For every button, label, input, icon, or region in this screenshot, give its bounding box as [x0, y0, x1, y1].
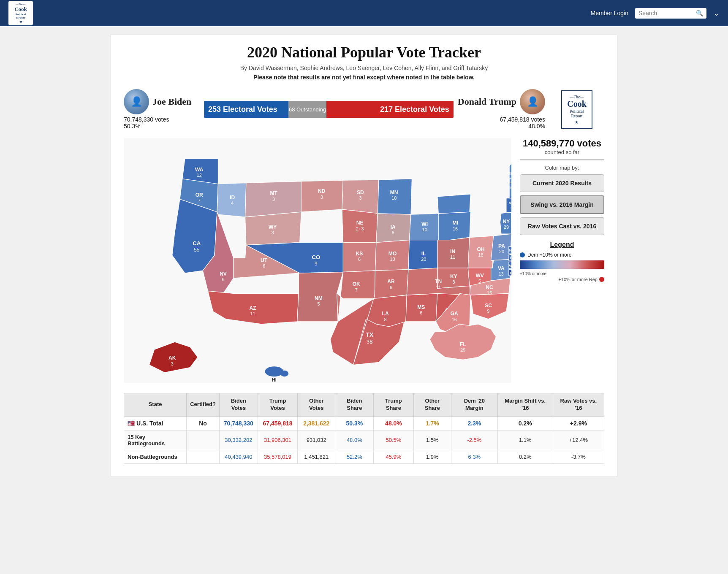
svg-text:5: 5 [478, 279, 481, 284]
votes-counted-section: 140,589,770 votes counted so far [520, 138, 604, 155]
svg-text:WY: WY [269, 224, 277, 230]
svg-text:10: 10 [390, 257, 395, 262]
dropdown-arrow-icon[interactable]: ⌄ [713, 8, 720, 18]
svg-text:10: 10 [391, 195, 397, 200]
us-map-svg: WA 12 OR 7 CA 55 ID 4 NV 6 [124, 138, 511, 383]
electoral-bar: 253 Electoral Votes 68 Outstanding 217 E… [204, 101, 454, 118]
svg-text:ND: ND [318, 188, 326, 194]
cell-margin-shift: 0.2% [497, 450, 553, 463]
col-biden-votes: Biden Votes [219, 393, 258, 416]
svg-text:NE: NE [356, 220, 364, 226]
electoral-section: 👤 Joe Biden 70,748,330 votes 50.3% 253 E… [124, 89, 604, 130]
cell-certified: No [187, 416, 220, 430]
dem-legend-dot [520, 252, 525, 257]
svg-text:NV: NV [220, 271, 227, 277]
svg-text:38: 38 [367, 338, 373, 345]
cell-biden-votes: 40,439,940 [219, 450, 258, 463]
outstanding-ev: 68 Outstanding [288, 101, 326, 118]
svg-text:WV: WV [475, 273, 484, 279]
svg-text:6: 6 [392, 230, 394, 235]
cell-raw-votes: +12.4% [553, 430, 604, 450]
cook-logo-right: —The— Cook Political Report ★ [549, 90, 604, 129]
svg-text:3: 3 [511, 206, 511, 210]
col-dem-margin: Dem '20 Margin [451, 393, 498, 416]
navigation: —The— Cook Political Report ★ Member Log… [0, 0, 728, 26]
svg-point-156 [280, 371, 288, 376]
total-votes-counted: 140,589,770 votes [520, 138, 604, 149]
svg-text:2+2: 2+2 [507, 176, 511, 181]
votes-counted-label: counted so far [520, 149, 604, 155]
svg-text:13: 13 [499, 271, 504, 276]
biden-candidate: 👤 Joe Biden 70,748,330 votes 50.3% [124, 89, 200, 130]
cell-other-share: 1.5% [413, 430, 451, 450]
legend-gradient-bar [520, 260, 604, 269]
svg-text:7: 7 [355, 287, 358, 292]
logo-star: ★ [19, 20, 22, 24]
svg-text:FL: FL [460, 341, 466, 347]
raw-votes-cast-btn[interactable]: Raw Votes Cast vs. 2016 [520, 217, 604, 235]
biden-vote-count: 70,748,330 votes [124, 116, 200, 123]
legend-dem-label: Dem +10% or more [527, 252, 571, 258]
cell-trump-share: 45.9% [374, 450, 413, 463]
cell-trump-votes: 35,578,019 [258, 450, 297, 463]
svg-text:OH: OH [477, 246, 484, 252]
member-login-link[interactable]: Member Login [591, 10, 629, 16]
cell-margin-shift: 0.2% [497, 416, 553, 430]
svg-text:HI: HI [272, 377, 277, 382]
svg-text:18: 18 [478, 252, 483, 257]
byline: By David Wasserman, Sophie Andrews, Leo … [124, 65, 604, 71]
current-2020-results-btn[interactable]: Current 2020 Results [520, 174, 604, 192]
cell-biden-share: 52.2% [335, 450, 374, 463]
svg-text:CA: CA [193, 240, 201, 246]
svg-text:MO: MO [388, 251, 397, 257]
search-icon[interactable]: 🔍 [696, 10, 703, 17]
swing-vs-2016-btn[interactable]: Swing vs. 2016 Margin [520, 195, 604, 214]
cell-trump-votes: 67,459,818 [258, 416, 297, 430]
svg-text:AZ: AZ [250, 305, 257, 311]
svg-text:UT: UT [261, 257, 268, 263]
trump-ev: 217 Electoral Votes [326, 101, 454, 118]
svg-text:NM: NM [315, 295, 323, 301]
svg-text:SC: SC [485, 303, 492, 309]
svg-text:ME: ME [507, 171, 511, 176]
cell-certified [187, 450, 220, 463]
col-trump-share: Trump Share [374, 393, 413, 416]
svg-text:DE 3: DE 3 [510, 256, 511, 260]
cell-certified [187, 430, 220, 450]
data-table: State Certified? Biden Votes Trump Votes… [124, 393, 604, 464]
trump-vote-count: 67,459,818 votes [500, 116, 545, 123]
search-box: 🔍 [635, 8, 706, 19]
trump-avatar: 👤 [520, 89, 545, 114]
logo-cook: Cook [14, 6, 27, 13]
search-input[interactable] [638, 10, 693, 16]
svg-text:2+3: 2+3 [356, 226, 364, 231]
svg-text:DC 3: DC 3 [510, 271, 511, 275]
svg-text:11: 11 [250, 311, 255, 316]
cell-dem-margin: 2.3% [451, 416, 498, 430]
svg-text:6: 6 [263, 263, 265, 268]
svg-text:55: 55 [194, 247, 200, 253]
svg-text:NE-01 1: NE-01 1 [511, 309, 511, 312]
title-section: 2020 National Popular Vote Tracker By Da… [124, 43, 604, 81]
biden-vote-pct: 50.3% [124, 123, 200, 130]
svg-text:MN: MN [390, 190, 398, 195]
svg-text:6: 6 [420, 310, 422, 315]
cook-political: Political [567, 109, 587, 114]
logo-political: Political [16, 13, 26, 16]
cell-margin-shift: 1.1% [497, 430, 553, 450]
svg-point-155 [265, 366, 283, 376]
svg-text:IN: IN [450, 249, 455, 255]
col-biden-share: Biden Share [335, 393, 374, 416]
svg-text:ME-01 1: ME-01 1 [511, 295, 511, 299]
cell-biden-share: 50.3% [335, 416, 374, 430]
svg-text:11: 11 [450, 255, 455, 260]
color-map-label: Color map by: [520, 165, 604, 171]
col-margin-shift: Margin Shift vs. '16 [497, 393, 553, 416]
svg-text:4: 4 [273, 382, 276, 383]
svg-text:KY: KY [450, 273, 457, 279]
biden-name: Joe Biden [152, 96, 191, 107]
legend-rep-text: +10% or more Rep [558, 277, 598, 282]
svg-text:AK: AK [168, 355, 176, 361]
svg-text:4: 4 [231, 200, 234, 206]
svg-text:MI: MI [452, 220, 458, 226]
